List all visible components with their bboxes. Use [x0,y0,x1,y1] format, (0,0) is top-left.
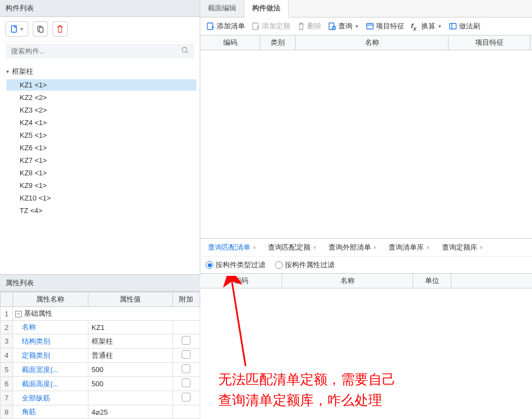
toolbar-feature[interactable]: 项目特征 [363,20,407,33]
content-body [200,50,532,239]
prop-extra[interactable] [172,377,200,391]
new-component-button[interactable]: ▼ [5,21,28,37]
property-row[interactable]: 7全部纵筋 [1,391,200,405]
toolbar-label: 换算 [421,21,435,31]
tab-section-edit[interactable]: 截面编辑 [200,0,244,17]
tree-item[interactable]: KZ9 <1> [7,180,196,191]
copy-button[interactable] [33,21,48,37]
tree-item[interactable]: TZ <4> [7,205,196,216]
tab-component-method[interactable]: 构件做法 [244,0,289,17]
tree-item[interactable]: KZ10 <1> [7,192,196,204]
fx-icon: fx [411,22,420,31]
property-row[interactable]: 3结构类别框架柱 [1,334,200,349]
delete-button[interactable] [52,21,68,37]
property-row[interactable]: 4定额类别普通柱 [1,349,200,363]
toolbar-search-doc[interactable]: 查询▼ [325,20,362,33]
svg-rect-5 [253,23,258,29]
tree-group[interactable]: ▼ 框架柱 [3,65,200,78]
lower-tab-label: 查询定额库 [442,243,477,252]
copy-icon [36,25,45,33]
search-doc-icon [328,22,337,31]
component-list-header: 构件列表 [0,0,200,17]
file-icon [10,25,19,33]
search-box[interactable] [5,44,194,58]
right-toolbar: 添加清单添加定额删除查询▼项目特征fx换算▼做法刷 [200,17,532,36]
property-row[interactable]: 2名称KZ1 [1,321,200,334]
search-icon [181,46,189,56]
prop-extra[interactable] [172,363,200,377]
trash-icon [56,25,64,33]
toolbar-delete: 删除 [294,20,324,33]
lower-tab[interactable]: 查询匹配定额× [264,241,320,254]
tree-item[interactable]: KZ4 <1> [7,117,196,128]
toolbar-label: 项目特征 [376,21,404,31]
property-row[interactable]: 6截面高度(...500 [1,377,200,391]
toolbar-add-list[interactable]: 添加清单 [204,20,248,33]
prop-extra[interactable] [172,334,200,349]
prop-name: 全部纵筋 [13,391,88,405]
tree-item[interactable]: KZ1 <1> [7,79,196,91]
tree-item[interactable]: KZ3 <2> [7,104,196,116]
property-row[interactable]: 5截面宽度(...500 [1,363,200,377]
lower-col: 单位 [413,274,451,288]
tree-item[interactable]: KZ7 <1> [7,155,196,166]
property-row[interactable]: 8角筋4⌀25 [1,405,200,419]
prop-value[interactable]: 4⌀25 [88,405,172,419]
chevron-down-icon: ▼ [5,69,10,74]
filter-by-type[interactable]: 按构件类型过滤 [206,260,265,270]
tree-item[interactable]: KZ2 <2> [7,92,196,103]
property-panel: 属性列表 属性名称 属性值 附加 1−基础属性2名称KZ13结构类别框架柱4定额… [0,274,200,419]
close-icon[interactable]: × [253,244,256,251]
feature-icon [366,22,374,31]
filter-by-property[interactable]: 按构件属性过滤 [275,260,334,270]
filter-row: 按构件类型过滤 按构件属性过滤 [200,257,532,273]
tree-item[interactable]: KZ5 <1> [7,129,196,141]
prop-extra[interactable] [172,349,200,363]
lower-tab-label: 查询匹配清单 [208,243,250,252]
close-icon[interactable]: × [373,244,376,251]
prop-name: 名称 [13,321,88,334]
prop-extra[interactable] [172,391,200,405]
brush-icon [449,22,457,31]
search-input[interactable] [11,47,181,55]
toolbar-label: 添加清单 [217,21,245,31]
prop-name: 角筋 [13,405,88,419]
lower-tab[interactable]: 查询匹配清单× [204,241,260,254]
prop-value[interactable] [88,391,172,405]
chevron-down-icon: ▼ [20,27,24,32]
close-icon[interactable]: × [480,244,483,251]
prop-extra[interactable] [172,321,200,334]
toolbar-brush[interactable]: 做法刷 [446,20,483,33]
prop-name: 定额类别 [13,349,88,363]
prop-value[interactable]: 普通柱 [88,349,172,363]
prop-value[interactable]: KZ1 [88,321,172,334]
lower-col: 名称 [282,274,413,288]
svg-rect-2 [39,27,43,32]
close-icon[interactable]: × [313,244,316,251]
toolbar-fx[interactable]: fx换算▼ [408,20,445,33]
chevron-down-icon: ▼ [438,24,442,29]
prop-extra[interactable] [172,405,200,419]
tree-item[interactable]: KZ8 <1> [7,167,196,179]
lower-tab[interactable]: 查询清单库× [384,241,434,254]
lower-tab[interactable]: 查询定额库× [438,241,487,254]
lower-tab[interactable]: 查询外部清单× [324,241,381,254]
tree-item[interactable]: KZ6 <1> [7,142,196,154]
lower-tab-label: 查询外部清单 [328,243,371,252]
prop-group[interactable]: −基础属性 [13,307,200,321]
prop-value[interactable]: 框架柱 [88,334,172,349]
filter-label: 按构件类型过滤 [216,260,265,270]
lower-col: 编码 [200,274,282,288]
lower-tab-label: 查询清单库 [388,243,424,252]
prop-value[interactable]: 500 [88,363,172,377]
chevron-down-icon: ▼ [355,24,359,29]
content-col: 名称 [296,36,449,50]
right-panel: 截面编辑 构件做法 添加清单添加定额删除查询▼项目特征fx换算▼做法刷 编码类别… [200,0,532,419]
toolbar-label: 添加定额 [262,21,290,31]
radio-icon [206,261,213,269]
svg-rect-9 [450,23,456,29]
close-icon[interactable]: × [426,244,429,251]
col-prop-extra: 附加 [172,292,200,307]
prop-value[interactable]: 500 [88,377,172,391]
content-columns: 编码类别名称项目特征 [200,36,532,50]
